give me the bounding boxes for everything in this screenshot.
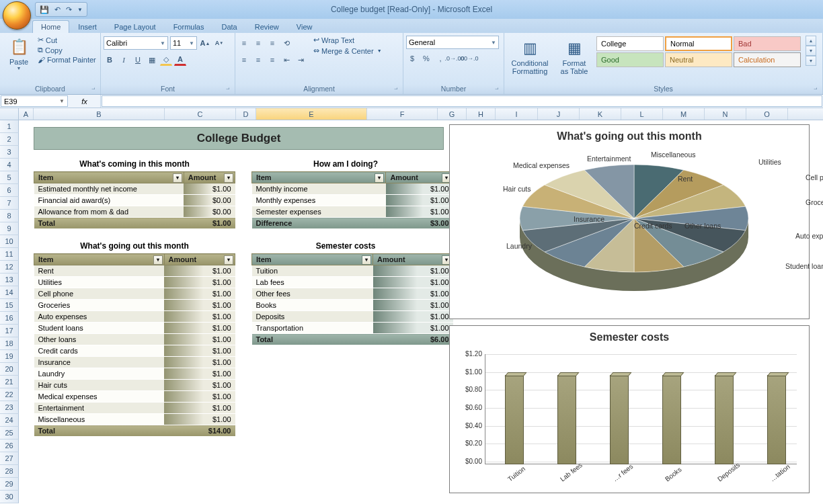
cell[interactable]: $1.00 (164, 311, 235, 323)
tab-home[interactable]: Home (32, 20, 69, 33)
col-header-D[interactable]: D (236, 108, 256, 120)
cell[interactable]: Entertainment (34, 403, 165, 414)
wrap-text-button[interactable]: ↩Wrap Text (313, 36, 382, 44)
cell[interactable]: Other fees (252, 288, 373, 300)
row-header-26[interactable]: 26 (0, 439, 19, 452)
cut-button[interactable]: ✂Cut (38, 36, 96, 44)
row-header-8[interactable]: 8 (0, 210, 19, 222)
office-button[interactable] (3, 1, 31, 30)
row-header-19[interactable]: 19 (0, 350, 19, 363)
cell[interactable]: $1.00 (373, 323, 453, 334)
cell[interactable]: Total (252, 334, 373, 345)
dec-decimal-icon[interactable]: .00→.0 (463, 52, 475, 65)
row-header-15[interactable]: 15 (0, 299, 19, 312)
tab-page-layout[interactable]: Page Layout (106, 20, 165, 33)
percent-icon[interactable]: % (420, 52, 432, 65)
cell[interactable]: $1.00 (164, 357, 235, 368)
col-header-B[interactable]: B (34, 108, 165, 120)
row-header-10[interactable]: 10 (0, 235, 19, 248)
row-header-12[interactable]: 12 (0, 261, 19, 274)
cell[interactable]: $1.00 (184, 218, 235, 229)
cell[interactable]: Rent (34, 265, 165, 277)
cell[interactable]: Tuition (252, 265, 373, 277)
cell[interactable]: $1.00 (164, 288, 235, 300)
cell[interactable]: Monthly income (252, 183, 386, 195)
row-header-13[interactable]: 13 (0, 274, 19, 286)
align-top-icon[interactable]: ≡ (238, 37, 250, 49)
cell[interactable]: Books (252, 300, 373, 311)
tab-view[interactable]: View (288, 20, 321, 33)
cell[interactable]: Groceries (34, 300, 165, 311)
col-header-N[interactable]: N (705, 108, 746, 120)
col-header-G[interactable]: G (438, 108, 467, 120)
sheet-body[interactable]: College Budget What's coming in this mon… (19, 120, 823, 504)
name-box[interactable]: E39▼ (1, 95, 68, 107)
currency-icon[interactable]: $ (406, 52, 418, 65)
col-header-O[interactable]: O (746, 108, 788, 120)
align-middle-icon[interactable]: ≡ (252, 37, 264, 49)
filter-icon[interactable]: ▾ (375, 173, 384, 183)
style-calculation[interactable]: Calculation (734, 52, 801, 67)
cell[interactable]: Semester expenses (252, 206, 386, 218)
row-header-9[interactable]: 9 (0, 222, 19, 235)
row-header-17[interactable]: 17 (0, 325, 19, 337)
row-header-27[interactable]: 27 (0, 452, 19, 465)
row-header-11[interactable]: 11 (0, 248, 19, 261)
row-header-6[interactable]: 6 (0, 184, 19, 197)
cell[interactable]: Allowance from mom & dad (34, 206, 184, 218)
cell[interactable]: $1.00 (164, 403, 235, 414)
cell[interactable]: $14.00 (164, 425, 235, 437)
col-header-C[interactable]: C (165, 108, 236, 120)
row-header-30[interactable]: 30 (0, 491, 19, 503)
row-header-3[interactable]: 3 (0, 146, 19, 159)
cell[interactable]: Estimated monthly net income (34, 183, 184, 195)
row-header-4[interactable]: 4 (0, 159, 19, 171)
cell[interactable]: $1.00 (164, 300, 235, 311)
paste-button[interactable]: 📋 Paste ▼ (3, 34, 35, 73)
font-name-combo[interactable]: Calibri▼ (104, 36, 168, 50)
align-left-icon[interactable]: ≡ (238, 54, 250, 66)
chart-pie[interactable]: What's going out this month Miscellaneou… (449, 124, 810, 319)
col-header[interactable]: Item▾ (252, 254, 373, 265)
col-header-K[interactable]: K (580, 108, 621, 120)
cell[interactable]: Utilities (34, 277, 165, 288)
col-header[interactable]: Item▾ (252, 172, 386, 183)
col-header-F[interactable]: F (367, 108, 438, 120)
row-header-20[interactable]: 20 (0, 363, 19, 376)
filter-icon[interactable]: ▾ (153, 255, 163, 265)
redo-icon[interactable]: ↷ (66, 5, 72, 14)
cell[interactable]: Student loans (34, 323, 165, 334)
cell[interactable]: Hair cuts (34, 380, 165, 391)
cell[interactable]: $6.00 (373, 334, 453, 345)
style-college[interactable]: College (596, 36, 664, 51)
formula-input[interactable] (102, 95, 822, 107)
cell[interactable]: $1.00 (164, 345, 235, 357)
chart-bar[interactable]: Semester costs $0.00$0.20$0.40$0.60$0.80… (449, 325, 810, 493)
cell[interactable]: Insurance (34, 357, 165, 368)
cell[interactable]: $1.00 (164, 391, 235, 403)
col-header-I[interactable]: I (496, 108, 538, 120)
cell[interactable]: Deposits (252, 311, 373, 323)
cell[interactable]: Financial aid award(s) (34, 195, 184, 206)
filter-icon[interactable]: ▾ (224, 255, 233, 265)
cell[interactable]: Auto expenses (34, 311, 165, 323)
cell[interactable]: Cell phone (34, 288, 165, 300)
undo-icon[interactable]: ↶ (54, 5, 61, 14)
cell[interactable]: $1.00 (373, 300, 453, 311)
bold-icon[interactable]: B (104, 54, 116, 66)
cell[interactable]: $1.00 (184, 183, 235, 195)
row-header-23[interactable]: 23 (0, 401, 19, 414)
number-format-combo[interactable]: General▼ (406, 36, 499, 49)
tab-data[interactable]: Data (212, 20, 245, 33)
cell[interactable]: Difference (252, 218, 386, 229)
qat-dropdown-icon[interactable]: ▼ (77, 7, 83, 13)
cell[interactable]: $1.00 (164, 323, 235, 334)
col-header-M[interactable]: M (663, 108, 705, 120)
row-header-2[interactable]: 2 (0, 133, 19, 146)
cell[interactable]: $1.00 (164, 265, 235, 277)
orientation-icon[interactable]: ⟲ (280, 37, 292, 49)
shrink-font-icon[interactable]: A▼ (213, 37, 225, 49)
font-size-combo[interactable]: 11▼ (170, 36, 197, 50)
align-right-icon[interactable]: ≡ (266, 54, 278, 66)
col-header[interactable]: Item▾ (34, 254, 165, 265)
